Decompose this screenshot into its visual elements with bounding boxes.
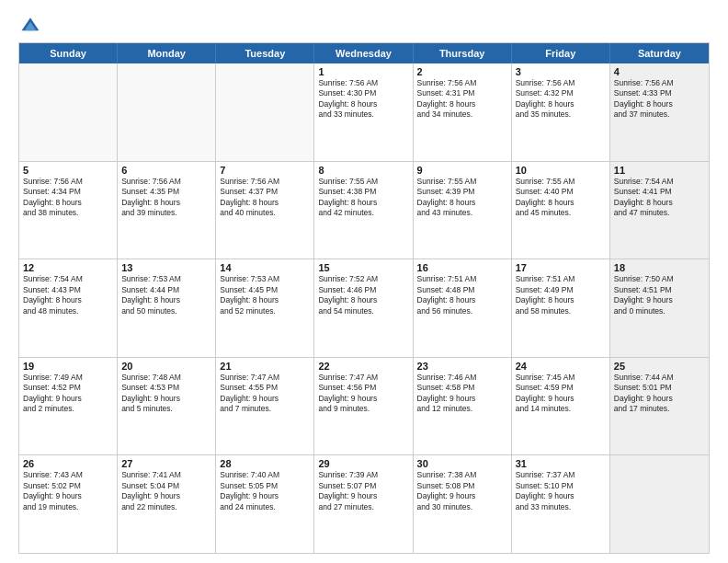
day-info: Sunrise: 7:41 AM Sunset: 5:04 PM Dayligh… <box>121 470 211 512</box>
day-number: 31 <box>516 458 606 469</box>
day-info: Sunrise: 7:55 AM Sunset: 4:39 PM Dayligh… <box>417 177 507 219</box>
day-info: Sunrise: 7:37 AM Sunset: 5:10 PM Dayligh… <box>516 470 606 512</box>
day-info: Sunrise: 7:50 AM Sunset: 4:51 PM Dayligh… <box>614 274 705 316</box>
day-number: 30 <box>417 458 507 469</box>
day-number: 2 <box>417 66 507 77</box>
day-info: Sunrise: 7:51 AM Sunset: 4:48 PM Dayligh… <box>417 274 507 316</box>
day-info: Sunrise: 7:56 AM Sunset: 4:30 PM Dayligh… <box>318 78 408 121</box>
logo-icon <box>20 15 40 35</box>
calendar-cell-day-9: 9Sunrise: 7:55 AM Sunset: 4:39 PM Daylig… <box>414 162 512 259</box>
day-info: Sunrise: 7:49 AM Sunset: 4:52 PM Dayligh… <box>23 373 113 415</box>
day-info: Sunrise: 7:54 AM Sunset: 4:41 PM Dayligh… <box>614 177 705 219</box>
calendar-cell-day-30: 30Sunrise: 7:38 AM Sunset: 5:08 PM Dayli… <box>414 455 512 553</box>
header-day-thursday: Thursday <box>414 43 512 63</box>
calendar-cell-day-31: 31Sunrise: 7:37 AM Sunset: 5:10 PM Dayli… <box>512 455 610 553</box>
calendar-body: 1Sunrise: 7:56 AM Sunset: 4:30 PM Daylig… <box>19 63 709 553</box>
day-number: 14 <box>220 262 310 273</box>
day-number: 23 <box>417 361 507 372</box>
calendar-cell-empty <box>610 455 709 553</box>
calendar-cell-day-17: 17Sunrise: 7:51 AM Sunset: 4:49 PM Dayli… <box>512 259 610 357</box>
day-info: Sunrise: 7:53 AM Sunset: 4:44 PM Dayligh… <box>121 274 211 316</box>
calendar-cell-day-6: 6Sunrise: 7:56 AM Sunset: 4:35 PM Daylig… <box>118 162 216 259</box>
day-number: 27 <box>121 458 211 469</box>
day-info: Sunrise: 7:45 AM Sunset: 4:59 PM Dayligh… <box>516 373 606 415</box>
day-number: 13 <box>121 262 211 273</box>
day-info: Sunrise: 7:40 AM Sunset: 5:05 PM Dayligh… <box>220 470 310 512</box>
calendar-cell-day-16: 16Sunrise: 7:51 AM Sunset: 4:48 PM Dayli… <box>414 259 512 357</box>
day-info: Sunrise: 7:47 AM Sunset: 4:55 PM Dayligh… <box>220 373 310 415</box>
calendar-cell-empty <box>216 63 314 161</box>
day-number: 5 <box>23 165 113 176</box>
day-number: 15 <box>318 262 408 273</box>
day-number: 19 <box>23 361 113 372</box>
calendar-row-0: 1Sunrise: 7:56 AM Sunset: 4:30 PM Daylig… <box>19 63 709 161</box>
calendar-cell-day-27: 27Sunrise: 7:41 AM Sunset: 5:04 PM Dayli… <box>118 455 216 553</box>
calendar-cell-day-7: 7Sunrise: 7:56 AM Sunset: 4:37 PM Daylig… <box>216 162 314 259</box>
day-info: Sunrise: 7:52 AM Sunset: 4:46 PM Dayligh… <box>318 274 408 316</box>
calendar-cell-day-12: 12Sunrise: 7:54 AM Sunset: 4:43 PM Dayli… <box>19 259 118 357</box>
calendar-cell-empty <box>19 63 118 161</box>
day-number: 29 <box>318 458 408 469</box>
page: SundayMondayTuesdayWednesdayThursdayFrid… <box>0 0 728 563</box>
day-number: 21 <box>220 361 310 372</box>
calendar-header: SundayMondayTuesdayWednesdayThursdayFrid… <box>19 43 709 63</box>
calendar-cell-day-24: 24Sunrise: 7:45 AM Sunset: 4:59 PM Dayli… <box>512 358 610 455</box>
calendar-row-2: 12Sunrise: 7:54 AM Sunset: 4:43 PM Dayli… <box>19 259 709 357</box>
day-number: 20 <box>121 361 211 372</box>
day-info: Sunrise: 7:46 AM Sunset: 4:58 PM Dayligh… <box>417 373 507 415</box>
day-info: Sunrise: 7:38 AM Sunset: 5:08 PM Dayligh… <box>417 470 507 512</box>
day-info: Sunrise: 7:56 AM Sunset: 4:33 PM Dayligh… <box>614 78 705 121</box>
day-number: 25 <box>614 361 705 372</box>
day-info: Sunrise: 7:44 AM Sunset: 5:01 PM Dayligh… <box>614 373 705 415</box>
calendar-row-4: 26Sunrise: 7:43 AM Sunset: 5:02 PM Dayli… <box>19 454 709 553</box>
day-number: 16 <box>417 262 507 273</box>
calendar-cell-day-14: 14Sunrise: 7:53 AM Sunset: 4:45 PM Dayli… <box>216 259 314 357</box>
day-info: Sunrise: 7:39 AM Sunset: 5:07 PM Dayligh… <box>318 470 408 512</box>
day-info: Sunrise: 7:56 AM Sunset: 4:31 PM Dayligh… <box>417 78 507 121</box>
day-number: 9 <box>417 165 507 176</box>
day-info: Sunrise: 7:56 AM Sunset: 4:32 PM Dayligh… <box>516 78 606 121</box>
calendar-row-3: 19Sunrise: 7:49 AM Sunset: 4:52 PM Dayli… <box>19 357 709 455</box>
header-day-tuesday: Tuesday <box>216 43 314 63</box>
header-day-monday: Monday <box>118 43 216 63</box>
logo <box>18 15 44 35</box>
day-number: 3 <box>516 66 606 77</box>
day-number: 18 <box>614 262 705 273</box>
calendar-cell-day-15: 15Sunrise: 7:52 AM Sunset: 4:46 PM Dayli… <box>314 259 413 357</box>
day-number: 4 <box>614 66 705 77</box>
calendar-cell-day-20: 20Sunrise: 7:48 AM Sunset: 4:53 PM Dayli… <box>118 358 216 455</box>
calendar-cell-day-8: 8Sunrise: 7:55 AM Sunset: 4:38 PM Daylig… <box>314 162 413 259</box>
day-info: Sunrise: 7:56 AM Sunset: 4:34 PM Dayligh… <box>23 177 113 219</box>
calendar-cell-empty <box>118 63 216 161</box>
header-day-wednesday: Wednesday <box>314 43 413 63</box>
calendar-cell-day-10: 10Sunrise: 7:55 AM Sunset: 4:40 PM Dayli… <box>512 162 610 259</box>
calendar-row-1: 5Sunrise: 7:56 AM Sunset: 4:34 PM Daylig… <box>19 161 709 259</box>
day-info: Sunrise: 7:47 AM Sunset: 4:56 PM Dayligh… <box>318 373 408 415</box>
day-number: 8 <box>318 165 408 176</box>
calendar-cell-day-1: 1Sunrise: 7:56 AM Sunset: 4:30 PM Daylig… <box>314 63 413 161</box>
day-number: 1 <box>318 66 408 77</box>
day-number: 6 <box>121 165 211 176</box>
header <box>18 15 710 35</box>
day-info: Sunrise: 7:53 AM Sunset: 4:45 PM Dayligh… <box>220 274 310 316</box>
header-day-sunday: Sunday <box>19 43 118 63</box>
day-info: Sunrise: 7:48 AM Sunset: 4:53 PM Dayligh… <box>121 373 211 415</box>
day-info: Sunrise: 7:51 AM Sunset: 4:49 PM Dayligh… <box>516 274 606 316</box>
calendar-cell-day-25: 25Sunrise: 7:44 AM Sunset: 5:01 PM Dayli… <box>610 358 709 455</box>
day-info: Sunrise: 7:56 AM Sunset: 4:37 PM Dayligh… <box>220 177 310 219</box>
header-day-saturday: Saturday <box>610 43 709 63</box>
day-number: 22 <box>318 361 408 372</box>
calendar-cell-day-2: 2Sunrise: 7:56 AM Sunset: 4:31 PM Daylig… <box>414 63 512 161</box>
day-info: Sunrise: 7:43 AM Sunset: 5:02 PM Dayligh… <box>23 470 113 512</box>
calendar-cell-day-22: 22Sunrise: 7:47 AM Sunset: 4:56 PM Dayli… <box>314 358 413 455</box>
calendar-cell-day-26: 26Sunrise: 7:43 AM Sunset: 5:02 PM Dayli… <box>19 455 118 553</box>
calendar: SundayMondayTuesdayWednesdayThursdayFrid… <box>18 42 710 554</box>
calendar-cell-day-23: 23Sunrise: 7:46 AM Sunset: 4:58 PM Dayli… <box>414 358 512 455</box>
day-info: Sunrise: 7:54 AM Sunset: 4:43 PM Dayligh… <box>23 274 113 316</box>
calendar-cell-day-5: 5Sunrise: 7:56 AM Sunset: 4:34 PM Daylig… <box>19 162 118 259</box>
calendar-cell-day-11: 11Sunrise: 7:54 AM Sunset: 4:41 PM Dayli… <box>610 162 709 259</box>
day-info: Sunrise: 7:55 AM Sunset: 4:38 PM Dayligh… <box>318 177 408 219</box>
day-number: 26 <box>23 458 113 469</box>
calendar-cell-day-29: 29Sunrise: 7:39 AM Sunset: 5:07 PM Dayli… <box>314 455 413 553</box>
day-info: Sunrise: 7:56 AM Sunset: 4:35 PM Dayligh… <box>121 177 211 219</box>
